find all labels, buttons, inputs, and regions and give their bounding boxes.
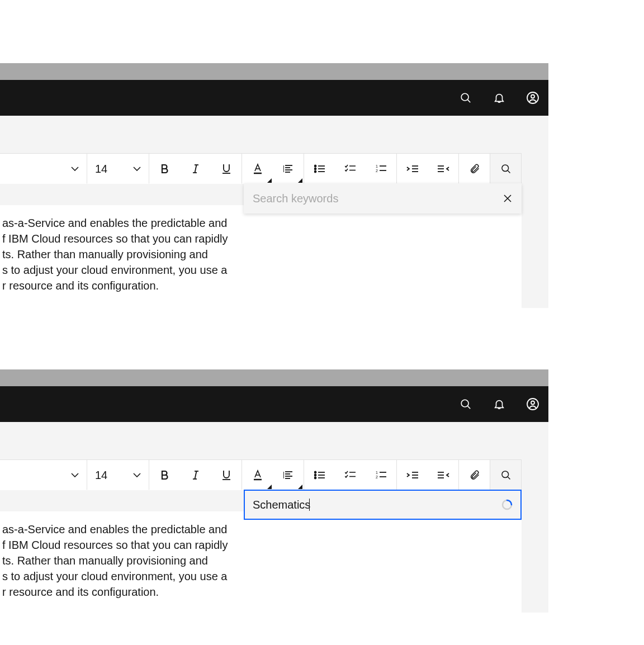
svg-text:2: 2 bbox=[376, 169, 378, 173]
svg-point-34 bbox=[501, 165, 508, 172]
svg-line-72 bbox=[508, 477, 510, 479]
alignment-button[interactable] bbox=[273, 154, 304, 184]
window-state-1: 14 bbox=[0, 63, 548, 308]
font-size-value: 14 bbox=[95, 469, 107, 482]
loading-spinner-icon bbox=[501, 499, 513, 510]
svg-line-6 bbox=[195, 165, 196, 173]
outdent-button[interactable] bbox=[428, 154, 458, 184]
alignment-button[interactable] bbox=[273, 460, 304, 490]
document-body[interactable]: as-a-Service and enables the predictable… bbox=[0, 511, 522, 613]
toolbar-search-button[interactable] bbox=[490, 460, 521, 490]
svg-line-39 bbox=[468, 406, 471, 409]
search-icon[interactable] bbox=[459, 91, 472, 105]
checklist-button[interactable] bbox=[335, 460, 366, 490]
svg-point-55 bbox=[314, 477, 316, 479]
bold-button[interactable] bbox=[149, 154, 180, 184]
document-text: as-a-Service and enables the predictable… bbox=[2, 521, 510, 600]
indent-button[interactable] bbox=[397, 154, 428, 184]
underline-button[interactable] bbox=[211, 460, 242, 490]
svg-point-0 bbox=[461, 93, 468, 101]
svg-point-53 bbox=[314, 472, 316, 473]
font-family-dropdown[interactable] bbox=[0, 460, 87, 490]
numbered-list-button[interactable]: 12 bbox=[366, 460, 396, 490]
numbered-list-button[interactable]: 12 bbox=[366, 154, 396, 184]
close-icon[interactable] bbox=[503, 193, 513, 203]
font-size-dropdown[interactable]: 14 bbox=[87, 154, 149, 184]
outdent-button[interactable] bbox=[428, 460, 458, 490]
search-panel-active: Schematics bbox=[244, 490, 522, 520]
svg-point-54 bbox=[314, 475, 316, 476]
svg-point-3 bbox=[531, 95, 534, 98]
svg-text:2: 2 bbox=[376, 475, 378, 479]
font-size-value: 14 bbox=[95, 163, 107, 176]
bullet-list-button[interactable] bbox=[304, 154, 335, 184]
toolbar-search-button[interactable] bbox=[490, 154, 521, 184]
app-header bbox=[0, 80, 548, 116]
underline-button[interactable] bbox=[211, 154, 242, 184]
search-panel bbox=[244, 183, 522, 214]
editor-toolbar: 14 bbox=[0, 153, 522, 183]
window-state-2: 14 bbox=[0, 369, 548, 613]
svg-point-41 bbox=[531, 401, 534, 405]
attachment-button[interactable] bbox=[459, 154, 490, 184]
app-header bbox=[0, 386, 548, 422]
svg-text:1: 1 bbox=[376, 164, 378, 168]
svg-point-38 bbox=[461, 400, 468, 407]
editor-toolbar: 14 bbox=[0, 459, 522, 490]
bold-button[interactable] bbox=[149, 460, 180, 490]
search-input[interactable] bbox=[253, 192, 476, 205]
browser-tab-bar bbox=[0, 369, 548, 386]
svg-line-44 bbox=[195, 471, 196, 479]
text-caret bbox=[309, 499, 310, 511]
editor-area: 14 bbox=[0, 422, 548, 613]
svg-point-15 bbox=[314, 165, 316, 167]
user-icon[interactable] bbox=[526, 91, 539, 105]
font-size-dropdown[interactable]: 14 bbox=[87, 460, 149, 490]
document-text: as-a-Service and enables the predictable… bbox=[2, 215, 510, 293]
editor-area: 14 bbox=[0, 116, 548, 308]
italic-button[interactable] bbox=[180, 460, 211, 490]
svg-point-71 bbox=[501, 471, 508, 478]
document-body[interactable]: as-a-Service and enables the predictable… bbox=[0, 205, 522, 308]
text-color-button[interactable] bbox=[242, 154, 273, 184]
font-family-dropdown[interactable] bbox=[0, 154, 87, 184]
checklist-button[interactable] bbox=[335, 154, 366, 184]
notification-icon[interactable] bbox=[493, 397, 506, 411]
italic-button[interactable] bbox=[180, 154, 211, 184]
indent-button[interactable] bbox=[397, 460, 428, 490]
browser-tab-bar bbox=[0, 63, 548, 80]
svg-point-17 bbox=[314, 171, 316, 173]
svg-point-16 bbox=[314, 168, 316, 170]
search-icon[interactable] bbox=[459, 397, 472, 411]
bullet-list-button[interactable] bbox=[304, 460, 335, 490]
svg-line-1 bbox=[468, 100, 471, 103]
svg-text:1: 1 bbox=[376, 471, 378, 475]
user-icon[interactable] bbox=[526, 397, 539, 411]
text-color-button[interactable] bbox=[242, 460, 273, 490]
attachment-button[interactable] bbox=[459, 460, 490, 490]
svg-line-35 bbox=[508, 170, 510, 173]
notification-icon[interactable] bbox=[493, 91, 506, 105]
search-value[interactable]: Schematics bbox=[253, 499, 310, 511]
